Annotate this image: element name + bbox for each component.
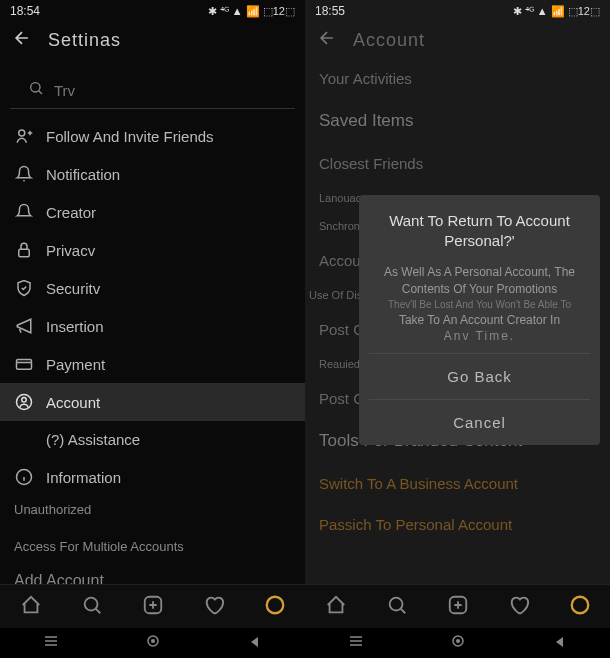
bottom-nav — [0, 584, 305, 628]
menu-label: Payment — [46, 356, 105, 373]
status-bar: 18:55 ✱ ⁴ᴳ ▲ 📶 ⬚12⬚ — [305, 0, 610, 22]
item-closest-friends[interactable]: Closest Friends — [305, 143, 610, 184]
home-icon[interactable] — [325, 594, 347, 620]
modal-cancel-button[interactable]: Cancel — [369, 399, 590, 445]
home-icon[interactable] — [20, 594, 42, 620]
menu-insertion[interactable]: Insertion — [0, 307, 305, 345]
modal-title: Want To Return To Account Personal?' — [369, 211, 590, 250]
search-row[interactable] — [10, 70, 295, 109]
page-title: Settinas — [48, 30, 121, 51]
profile-icon[interactable] — [569, 594, 591, 620]
bell-icon — [14, 165, 34, 183]
menu-label: Privacv — [46, 242, 95, 259]
menu-label: Notification — [46, 166, 120, 183]
menu-privacy[interactable]: Privacv — [0, 231, 305, 269]
bell-icon — [14, 203, 34, 221]
back-icon[interactable] — [12, 28, 32, 52]
svg-point-12 — [389, 597, 402, 610]
status-icons: ✱ ⁴ᴳ ▲ 📶 ⬚12⬚ — [513, 5, 600, 18]
item-switch-personal[interactable]: Passich To Personal Account — [305, 504, 610, 545]
modal-line: Take To An Account Creator In — [369, 312, 590, 329]
add-icon[interactable] — [447, 594, 469, 620]
page-title: Account — [353, 30, 425, 51]
search-input[interactable] — [54, 82, 277, 99]
svg-point-11 — [151, 639, 155, 643]
menu-label: Creator — [46, 204, 96, 221]
menu-label: Account — [46, 394, 100, 411]
item-switch-business[interactable]: Switch To A Business Account — [305, 463, 610, 504]
system-nav — [305, 628, 610, 658]
account-icon — [14, 393, 34, 411]
menu-creator[interactable]: Creator — [0, 193, 305, 231]
status-bar: 18:54 ✱ ⁴ᴳ ▲ 📶 ⬚12⬚ — [0, 0, 305, 22]
search-icon[interactable] — [386, 594, 408, 620]
card-icon — [14, 355, 34, 373]
status-icons: ✱ ⁴ᴳ ▲ 📶 ⬚12⬚ — [208, 5, 295, 18]
modal-return-personal: Want To Return To Account Personal?' As … — [359, 195, 600, 445]
menu-label: Securitv — [46, 280, 100, 297]
info-icon — [14, 468, 34, 486]
sys-menu-icon[interactable] — [349, 634, 363, 652]
modal-line: Thev'll Be Lost And You Won't Be Able To — [369, 298, 590, 312]
search-icon — [28, 80, 44, 100]
menu-label: (?) Assistance — [46, 431, 140, 448]
svg-point-16 — [456, 639, 460, 643]
svg-rect-3 — [17, 360, 32, 370]
item-activities[interactable]: Your Activities — [305, 58, 610, 99]
header: Settinas — [0, 22, 305, 58]
status-time: 18:55 — [315, 4, 345, 18]
menu-account[interactable]: Account — [0, 383, 305, 421]
menu-assistance[interactable]: (?) Assistance — [0, 421, 305, 458]
sys-home-icon[interactable] — [451, 634, 465, 652]
modal-body: As Well As A Personal Account, The Conte… — [369, 264, 590, 345]
sys-back-icon[interactable] — [554, 634, 566, 652]
item-saved[interactable]: Saved Items — [305, 99, 610, 143]
svg-point-5 — [22, 398, 27, 403]
sub-unauthorized: Unauthorized — [0, 496, 305, 523]
menu-label: Follow And Invite Friends — [46, 128, 214, 145]
modal-line: As Well As A Personal Account, The Conte… — [369, 264, 590, 298]
screen-settings: 18:54 ✱ ⁴ᴳ ▲ 📶 ⬚12⬚ Settinas Follow And … — [0, 0, 305, 658]
menu-information[interactable]: Information — [0, 458, 305, 496]
svg-point-9 — [266, 596, 283, 613]
lock-icon — [14, 241, 34, 259]
back-icon[interactable] — [317, 28, 337, 52]
menu-label: Information — [46, 469, 121, 486]
svg-point-14 — [571, 596, 588, 613]
screen-account: 18:55 ✱ ⁴ᴳ ▲ 📶 ⬚12⬚ Account Your Activit… — [305, 0, 610, 658]
svg-point-7 — [84, 597, 97, 610]
svg-point-0 — [31, 83, 40, 92]
menu-follow-invite[interactable]: Follow And Invite Friends — [0, 117, 305, 155]
search-icon[interactable] — [81, 594, 103, 620]
system-nav — [0, 628, 305, 658]
sys-menu-icon[interactable] — [44, 634, 58, 652]
modal-go-back-button[interactable]: Go Back — [369, 353, 590, 399]
menu-label: Insertion — [46, 318, 104, 335]
person-plus-icon — [14, 127, 34, 145]
sys-home-icon[interactable] — [146, 634, 160, 652]
profile-icon[interactable] — [264, 594, 286, 620]
status-time: 18:54 — [10, 4, 40, 18]
megaphone-icon — [14, 317, 34, 335]
heart-icon[interactable] — [508, 594, 530, 620]
sub-access-multiple: Access For Multiole Accounts — [0, 533, 305, 560]
modal-line: Anv Time. — [369, 328, 590, 345]
menu-payment[interactable]: Payment — [0, 345, 305, 383]
shield-icon — [14, 279, 34, 297]
sys-back-icon[interactable] — [249, 634, 261, 652]
svg-point-1 — [19, 130, 25, 136]
menu-security[interactable]: Securitv — [0, 269, 305, 307]
add-icon[interactable] — [142, 594, 164, 620]
heart-icon[interactable] — [203, 594, 225, 620]
header: Account — [305, 22, 610, 58]
menu-notification[interactable]: Notification — [0, 155, 305, 193]
bottom-nav — [305, 584, 610, 628]
svg-rect-2 — [19, 249, 30, 257]
